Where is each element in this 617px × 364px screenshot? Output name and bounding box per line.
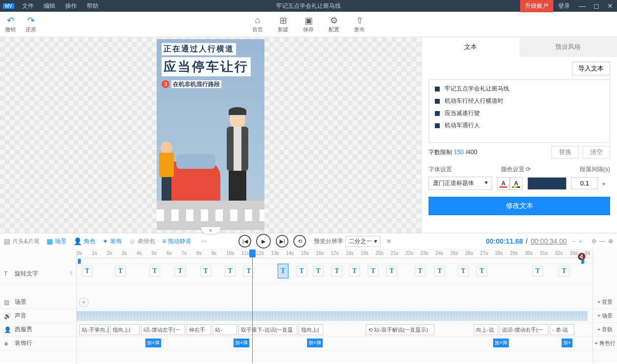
text-clip[interactable]: T	[434, 266, 445, 276]
text-clip[interactable]: T	[278, 264, 288, 278]
text-clip[interactable]: T	[349, 266, 360, 276]
audio-clip[interactable]	[77, 311, 588, 321]
text-clip[interactable]: T	[200, 266, 211, 276]
config-button[interactable]: ⚙配置	[329, 15, 339, 33]
track-label-scene[interactable]: ▨场景	[0, 296, 76, 309]
text-clip[interactable]: T	[559, 266, 570, 276]
menu-help[interactable]: 帮助	[82, 2, 103, 10]
text-clip[interactable]: T	[115, 266, 126, 276]
deco-clip[interactable]: 加+弹	[493, 339, 509, 347]
role-clip[interactable]: i话-摆动左手(一	[141, 324, 185, 335]
spacing-stepper[interactable]: ▸	[603, 180, 606, 187]
zoom-reset-icon[interactable]: —	[599, 238, 605, 245]
login-button[interactable]: 登录	[553, 2, 575, 10]
maximize-icon[interactable]: ◻	[590, 2, 603, 10]
canvas-frame[interactable]: 正在通过人行横道 应当停车让行 3在机非机混行路段 ⟳ 🔓 16:9 9:16 …	[157, 39, 264, 230]
role-clip[interactable]: 站-	[213, 324, 237, 335]
replace-button[interactable]: 替换	[551, 146, 579, 159]
text-color-button[interactable]: A	[497, 177, 510, 190]
role-clip[interactable]: 向上-说	[474, 324, 498, 335]
track-label-role[interactable]: 👤西服男	[0, 323, 76, 337]
text-clip[interactable]: T	[175, 266, 186, 276]
text-clip[interactable]: T	[225, 266, 236, 276]
track-label-audio[interactable]: 🔊声音	[0, 309, 76, 323]
play-button[interactable]: ▶	[256, 234, 271, 249]
mode-intro[interactable]: ▤片头&片尾	[4, 237, 40, 246]
timeline-tracks[interactable]: 0s1s2s3s4s5s6s7s8s9s10s11s12s13s14s15s16…	[77, 250, 593, 363]
color-swatch[interactable]	[527, 177, 567, 190]
time-minus[interactable]: −	[572, 237, 576, 245]
menu-action[interactable]: 操作	[60, 2, 82, 10]
deco-clip[interactable]: 加+弹	[307, 339, 323, 347]
scene-track[interactable]: +	[77, 296, 593, 309]
preview-select[interactable]: 二分之一 ▾	[345, 236, 380, 247]
prev-button[interactable]: |◀	[238, 235, 251, 248]
close-icon[interactable]: ✕	[603, 2, 617, 10]
tab-text[interactable]: 文本	[422, 37, 520, 57]
mode-emoji[interactable]: ☺表情包	[129, 237, 155, 246]
mode-deco[interactable]: ✦装饰	[102, 237, 122, 246]
home-button[interactable]: ⌂首页	[252, 15, 263, 33]
save-button[interactable]: ▣保存	[303, 15, 314, 33]
publish-button[interactable]: ⇧发布	[354, 15, 365, 33]
list-item[interactable]: 应当减速行驶	[432, 107, 607, 119]
add-track-button[interactable]: + 音轨	[593, 323, 617, 337]
role-clip[interactable]: 说话-摆动右手(一	[499, 324, 548, 335]
range-start-handle[interactable]	[78, 259, 81, 264]
text-clip[interactable]: T	[313, 266, 324, 276]
role-clip[interactable]: 指向上(	[110, 324, 140, 335]
tab-style[interactable]: 预设风格	[520, 37, 617, 57]
font-select[interactable]: 庞门正道标题体▾	[428, 177, 492, 190]
text-bg-color-button[interactable]: A	[510, 177, 522, 190]
mode-dragmute[interactable]: ≡拖动静音	[162, 237, 191, 246]
help-icon[interactable]: ?	[69, 271, 72, 277]
more-icon[interactable]: ⋯	[201, 238, 207, 245]
mode-scene[interactable]: ▦场景	[47, 237, 67, 246]
upgrade-button[interactable]: 升级账户	[520, 0, 553, 12]
menu-edit[interactable]: 编辑	[39, 2, 60, 10]
role-clip[interactable]: 伸右手	[187, 324, 211, 335]
clear-button[interactable]: 清空	[583, 146, 610, 159]
playhead[interactable]	[252, 250, 253, 363]
minimize-icon[interactable]: —	[575, 2, 590, 10]
new-button[interactable]: ⊞新建	[278, 15, 288, 33]
loop-button[interactable]: ⟲	[293, 235, 306, 248]
canvas-area[interactable]: 正在通过人行横道 应当停车让行 3在机非机混行路段 ⟳ 🔓 16:9 9:16 …	[0, 37, 421, 233]
text-track[interactable]: 🔇 TTTTTTTTTTTTTTTTTTTT	[77, 264, 593, 284]
role-clip[interactable]: 指向上(	[299, 324, 323, 335]
undo-button[interactable]: ↶ 撤销	[5, 15, 16, 33]
text-clip[interactable]: T	[332, 266, 342, 276]
text-clip[interactable]: T	[532, 266, 543, 276]
text-clip[interactable]: T	[82, 266, 93, 276]
list-item[interactable]: 机动车行经人行横道时	[432, 95, 607, 107]
add-bg-button[interactable]: + 背景	[593, 296, 617, 309]
audio-track[interactable]: +	[77, 309, 593, 323]
track-label-text[interactable]: T旋转文字?	[0, 264, 76, 284]
time-plus[interactable]: +	[579, 237, 583, 245]
menu-file[interactable]: 文件	[17, 2, 39, 10]
text-clip[interactable]: T	[368, 266, 379, 276]
ruler[interactable]: 0s1s2s3s4s5s6s7s8s9s10s11s12s13s14s15s16…	[77, 250, 593, 258]
add-role-row-button[interactable]: + 角色行	[593, 337, 617, 350]
text-clip[interactable]: T	[149, 266, 160, 276]
track-mute-icon[interactable]: 🔇	[577, 252, 586, 260]
deco-track[interactable]: 加+弹加+弹加+弹加+弹加+	[77, 337, 593, 350]
text-clip[interactable]: T	[296, 266, 307, 276]
text-clip[interactable]: T	[386, 266, 397, 276]
text-clip[interactable]: T	[458, 266, 469, 276]
collapse-handle[interactable]: ▾	[201, 227, 220, 234]
role-track[interactable]: 站-手掌向上-说话(一直显指向上(i话-摆动左手(一伸右手站-双手垂下-说话(一…	[77, 323, 593, 337]
deco-clip[interactable]: 加+弹	[145, 339, 161, 347]
text-list[interactable]: 牢记五点学会礼让斑马线 机动车行经人行横道时 应当减速行驶 机动车遇行人	[428, 79, 610, 143]
text-clip[interactable]: T	[476, 266, 487, 276]
role-clip[interactable]: - 拳-说	[550, 324, 574, 335]
deco-clip[interactable]: 加+	[562, 339, 572, 347]
spacing-input[interactable]	[571, 177, 598, 189]
import-text-button[interactable]: 导入文本	[572, 62, 610, 75]
role-clip[interactable]: ⟲ 站-双手解说(一直显示)	[366, 324, 434, 335]
zoom-in-icon[interactable]: ⊕	[608, 238, 613, 245]
list-item[interactable]: 机动车遇行人	[432, 119, 607, 132]
list-item[interactable]: 牢记五点学会礼让斑马线	[432, 83, 607, 95]
redo-button[interactable]: ↷ 还原	[25, 15, 36, 33]
add-scene-btn[interactable]: + 场景	[593, 309, 617, 323]
